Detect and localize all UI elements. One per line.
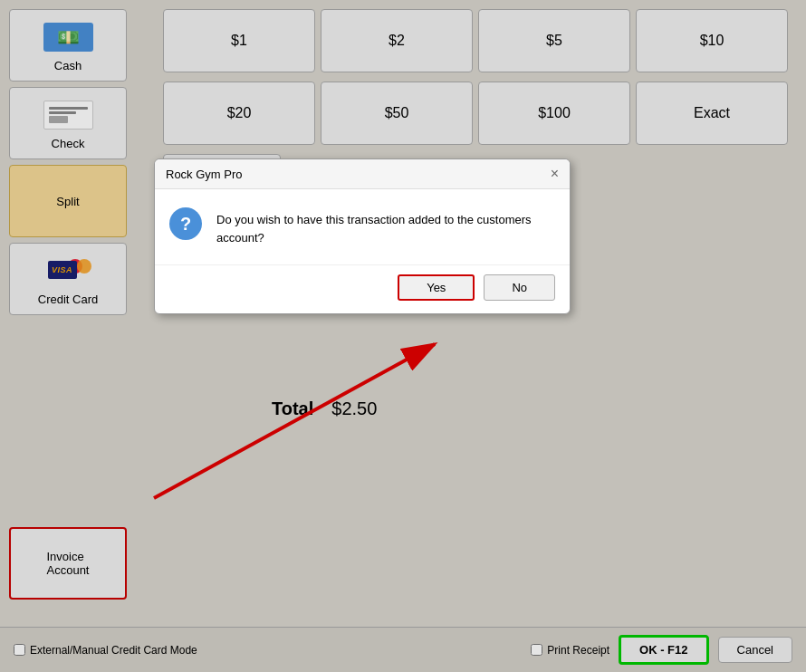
modal-close-button[interactable]: × xyxy=(551,167,559,181)
modal-question-icon: ? xyxy=(169,207,202,240)
modal-overlay: Rock Gym Pro × ? Do you wish to have thi… xyxy=(0,0,806,672)
modal-titlebar: Rock Gym Pro × xyxy=(155,159,570,189)
modal-message: Do you wish to have this transaction add… xyxy=(216,207,555,246)
modal-body: ? Do you wish to have this transaction a… xyxy=(155,189,570,264)
modal-no-button[interactable]: No xyxy=(484,274,555,301)
modal-dialog: Rock Gym Pro × ? Do you wish to have thi… xyxy=(154,158,571,314)
modal-footer: Yes No xyxy=(155,264,570,313)
modal-title: Rock Gym Pro xyxy=(166,168,243,181)
modal-yes-button[interactable]: Yes xyxy=(398,274,475,301)
